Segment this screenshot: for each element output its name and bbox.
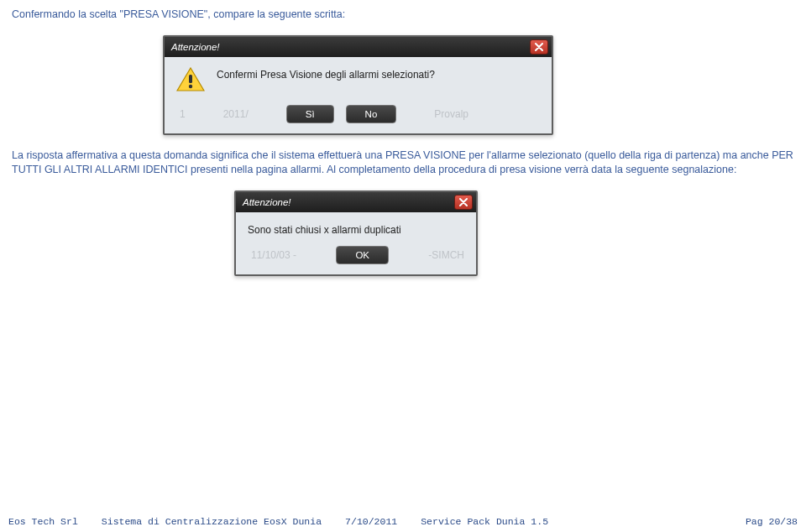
page-footer: Eos Tech Srl Sistema di Centralizzazione…	[0, 516, 806, 527]
intro-text: Confermando la scelta "PRESA VISIONE", c…	[12, 8, 794, 20]
svg-point-1	[189, 85, 192, 88]
ghost-text: Provalp	[434, 108, 468, 120]
svg-rect-0	[189, 75, 192, 83]
dialog-title: Attenzione!	[171, 42, 220, 52]
dialog-message: Sono stati chiusi x allarmi duplicati	[248, 222, 464, 236]
no-button[interactable]: No	[346, 105, 397, 123]
yes-button[interactable]: Sì	[286, 105, 334, 123]
explanation-text: La risposta affermativa a questa domanda…	[12, 149, 794, 177]
dialog-titlebar: Attenzione!	[236, 192, 476, 212]
dialog-titlebar: Attenzione!	[165, 37, 552, 57]
footer-pack: Service Pack Dunia 1.5	[421, 516, 548, 527]
footer-page: Pag 20/38	[746, 516, 798, 527]
warning-icon	[176, 67, 205, 95]
footer-system: Sistema di Centralizzazione EosX Dunia	[102, 516, 322, 527]
dialog-title: Attenzione!	[243, 197, 291, 207]
close-icon[interactable]	[454, 195, 473, 210]
confirm-dialog: Attenzione! Confermi Presa Visione degli…	[163, 35, 553, 135]
dialog-message: Confermi Presa Visione degli allarmi sel…	[217, 67, 435, 81]
ghost-text: -SIMCH	[428, 249, 464, 261]
close-icon[interactable]	[530, 39, 548, 55]
ghost-text: 1	[180, 108, 186, 120]
ok-button[interactable]: OK	[336, 246, 389, 264]
info-dialog: Attenzione! Sono stati chiusi x allarmi …	[234, 190, 478, 276]
footer-company: Eos Tech Srl	[8, 516, 78, 527]
ghost-text: 2011/	[223, 108, 249, 120]
ghost-text: 11/10/03 -	[251, 249, 296, 261]
footer-date: 7/10/2011	[345, 516, 397, 527]
